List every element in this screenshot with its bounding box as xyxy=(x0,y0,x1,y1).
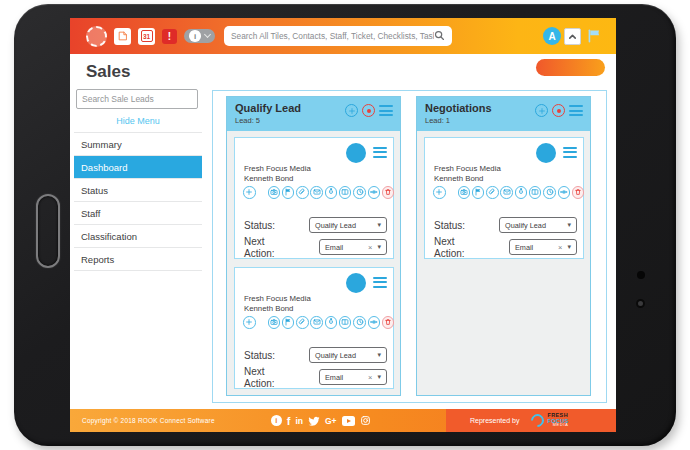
ticket-icon[interactable] xyxy=(339,186,352,199)
email-icon[interactable] xyxy=(500,186,513,199)
contact-name: Kenneth Bond xyxy=(244,304,311,314)
card-menu-icon[interactable] xyxy=(373,147,387,158)
screenshot-stage: 31 ! i A xyxy=(0,0,690,450)
card-names: Fresh Focus Media Kenneth Bond xyxy=(244,294,311,314)
camera-icon[interactable] xyxy=(458,186,471,199)
next-action-select[interactable]: Email × ▾ xyxy=(319,239,387,255)
email-icon[interactable] xyxy=(310,186,323,199)
touch-icon[interactable] xyxy=(515,186,528,199)
clear-icon[interactable]: × xyxy=(368,373,372,382)
info-icon[interactable]: i xyxy=(271,415,282,426)
user-avatar[interactable]: A xyxy=(543,27,561,45)
twitter-icon[interactable] xyxy=(308,415,320,427)
instagram-icon[interactable] xyxy=(360,415,371,426)
calendar-icon[interactable]: 31 xyxy=(138,28,155,45)
sidebar-item-dashboard[interactable]: Dashboard xyxy=(74,156,202,179)
attachment-icon[interactable] xyxy=(296,186,309,199)
contact-avatar[interactable] xyxy=(346,273,366,293)
ticket-icon[interactable] xyxy=(339,316,352,329)
hide-menu-link[interactable]: Hide Menu xyxy=(74,111,202,133)
column-body: Fresh Focus Media Kenneth Bond xyxy=(227,131,400,395)
sidebar-item-staff[interactable]: Staff xyxy=(74,202,202,225)
next-action-select[interactable]: Email × ▾ xyxy=(319,369,387,385)
clock-icon[interactable] xyxy=(543,186,556,199)
status-select[interactable]: Qualify Lead ▾ xyxy=(309,217,387,233)
flag-icon[interactable] xyxy=(472,186,485,199)
add-icon[interactable] xyxy=(243,186,256,199)
view-icon[interactable] xyxy=(368,316,381,329)
status-select[interactable]: Qualify Lead ▾ xyxy=(499,217,577,233)
facebook-icon[interactable]: f xyxy=(287,415,291,427)
camera-icon[interactable] xyxy=(268,316,281,329)
ffm-swirl-icon xyxy=(529,411,547,429)
footer-bar: Copyright © 2018 ROOK Connect Software i… xyxy=(70,409,616,432)
card-action-icons xyxy=(433,186,586,199)
caret-down-icon: ▾ xyxy=(567,243,571,251)
board-column-qualify-lead: Qualify Lead Lead: 5 xyxy=(226,96,401,396)
column-menu-icon[interactable] xyxy=(569,105,583,116)
close-column-icon[interactable] xyxy=(362,104,375,117)
camera-icon[interactable] xyxy=(268,186,281,199)
tablet-camera-dot-icon xyxy=(636,299,645,308)
sidebar-search-input[interactable] xyxy=(76,89,198,109)
primary-action-button[interactable] xyxy=(536,59,605,76)
clock-icon[interactable] xyxy=(353,316,366,329)
touch-icon[interactable] xyxy=(325,186,338,199)
chevron-down-icon xyxy=(204,31,211,38)
represented-by-block: Represented by FRESH FOCUS MEDIA xyxy=(446,409,616,432)
flag-icon[interactable] xyxy=(282,316,295,329)
alert-icon[interactable]: ! xyxy=(162,29,177,44)
collapse-chevron-up-button[interactable] xyxy=(564,28,581,45)
status-select[interactable]: Qualify Lead ▾ xyxy=(309,347,387,363)
flag-icon[interactable] xyxy=(282,186,295,199)
view-icon[interactable] xyxy=(368,186,381,199)
column-header: Negotiations Lead: 1 xyxy=(417,97,590,131)
sidebar-item-status[interactable]: Status xyxy=(74,179,202,202)
add-lead-icon[interactable] xyxy=(345,104,358,117)
card-menu-icon[interactable] xyxy=(373,277,387,288)
delete-icon[interactable] xyxy=(572,186,585,199)
attachment-icon[interactable] xyxy=(486,186,499,199)
add-icon[interactable] xyxy=(243,316,256,329)
card-menu-icon[interactable] xyxy=(563,147,577,158)
search-icon[interactable] xyxy=(434,27,445,45)
tablet-frame: 31 ! i A xyxy=(14,4,676,446)
ticket-icon[interactable] xyxy=(529,186,542,199)
sidebar-item-classification[interactable]: Classification xyxy=(74,225,202,248)
clear-icon[interactable]: × xyxy=(558,243,562,252)
add-lead-icon[interactable] xyxy=(535,104,548,117)
flag-icon[interactable] xyxy=(584,27,603,46)
attachment-icon[interactable] xyxy=(296,316,309,329)
app-logo-icon[interactable] xyxy=(86,26,107,47)
next-action-select[interactable]: Email × ▾ xyxy=(509,239,577,255)
view-icon[interactable] xyxy=(558,186,571,199)
next-action-value: Email xyxy=(515,243,533,252)
next-action-label: Next Action: xyxy=(244,236,286,259)
touch-icon[interactable] xyxy=(325,316,338,329)
delete-icon[interactable] xyxy=(382,316,395,329)
youtube-icon[interactable] xyxy=(342,416,355,426)
app-header-bar: 31 ! i A xyxy=(70,18,616,54)
linkedin-icon[interactable]: in xyxy=(295,416,303,426)
contact-avatar[interactable] xyxy=(346,143,366,163)
sidebar-item-summary[interactable]: Summary xyxy=(74,133,202,156)
card-action-icons xyxy=(243,186,396,199)
close-column-icon[interactable] xyxy=(552,104,565,117)
clear-icon[interactable]: × xyxy=(368,243,372,252)
add-icon[interactable] xyxy=(433,186,446,199)
delete-icon[interactable] xyxy=(382,186,395,199)
info-icon: i xyxy=(189,30,201,42)
appbar-right-cluster: A xyxy=(543,27,603,46)
column-body: Fresh Focus Media Kenneth Bond xyxy=(417,131,590,395)
lead-card: Fresh Focus Media Kenneth Bond xyxy=(234,137,394,259)
global-search-input[interactable] xyxy=(231,31,434,41)
sidebar-item-reports[interactable]: Reports xyxy=(74,248,202,271)
column-menu-icon[interactable] xyxy=(379,105,393,116)
email-icon[interactable] xyxy=(310,316,323,329)
page-title: Sales xyxy=(86,62,130,82)
notes-icon[interactable] xyxy=(114,28,131,45)
info-toggle[interactable]: i xyxy=(184,29,215,43)
google-plus-icon[interactable]: G+ xyxy=(325,416,337,426)
clock-icon[interactable] xyxy=(353,186,366,199)
contact-avatar[interactable] xyxy=(536,143,556,163)
